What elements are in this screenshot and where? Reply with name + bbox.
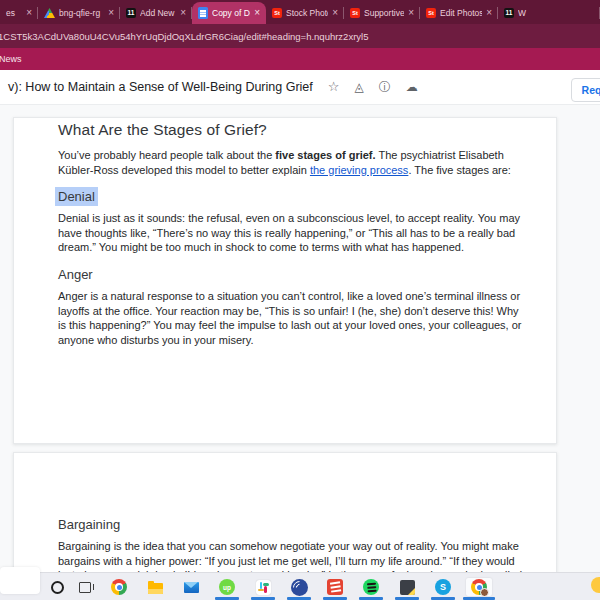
google-drive-icon xyxy=(44,8,55,18)
anger-heading: Anger xyxy=(58,267,525,282)
taskbar-left-card xyxy=(0,567,40,594)
tab-close-icon[interactable]: × xyxy=(332,8,338,18)
black-app-icon: 11 xyxy=(126,8,136,18)
bookmark-news[interactable]: News xyxy=(0,54,22,64)
document-title: v): How to Maintain a Sense of Well-Bein… xyxy=(8,80,313,94)
tab-close-icon[interactable]: × xyxy=(108,8,114,18)
browser-tab-stock-photo[interactable]: St Stock Photo × xyxy=(266,2,344,24)
chrome-icon[interactable] xyxy=(110,578,128,596)
url-text[interactable]: 1CST5k3ACdUVa80uU4CVu54hYrUqDjdOqXLdrGR6… xyxy=(0,31,368,42)
document-page-1[interactable]: What Are the Stages of Grief? You’ve pro… xyxy=(13,117,557,444)
tab-label: es xyxy=(6,8,22,18)
file-explorer-icon[interactable] xyxy=(146,578,164,596)
tab-label: Add New P xyxy=(140,8,176,18)
selected-text: Denial xyxy=(55,187,98,206)
cloud-saved-icon[interactable]: ☁ xyxy=(406,81,418,93)
docs-header: v): How to Maintain a Sense of Well-Bein… xyxy=(0,70,600,105)
tab-close-icon[interactable]: × xyxy=(26,8,32,18)
browser-tab-supportive[interactable]: St Supportive × xyxy=(344,2,420,24)
browser-tab-strip: es × bng-qfie-rg × 11 Add New P × Copy o… xyxy=(0,0,600,24)
bold-text: five stages of grief. xyxy=(275,149,375,161)
search-icon[interactable] xyxy=(48,578,66,596)
request-access-button[interactable]: Request xyxy=(571,78,600,102)
tab-label: W xyxy=(518,8,594,18)
chrome-profile-icon[interactable] xyxy=(466,578,492,596)
browser-tab-partial[interactable]: 11 W xyxy=(498,2,600,24)
tab-close-icon[interactable]: × xyxy=(180,8,186,18)
skype-icon[interactable]: S xyxy=(434,578,452,596)
docs-header-icons: ☆ ◬ ⓘ ☁ xyxy=(328,81,418,93)
tab-label: Edit Photos xyxy=(440,8,482,18)
spotify-icon[interactable] xyxy=(362,578,380,596)
document-canvas[interactable]: What Are the Stages of Grief? You’ve pro… xyxy=(0,105,600,600)
taskbar: up S xyxy=(0,572,600,600)
todoist-icon[interactable] xyxy=(326,578,344,596)
tab-close-icon[interactable]: × xyxy=(254,8,260,18)
browser-tab-active-docs[interactable]: Copy of Dr × xyxy=(192,2,266,24)
black-app-icon: 11 xyxy=(504,8,514,18)
radio-waves-app-icon[interactable] xyxy=(290,578,308,596)
star-icon[interactable]: ☆ xyxy=(328,81,340,93)
avatar xyxy=(480,588,489,597)
doc-section-heading: What Are the Stages of Grief? xyxy=(58,121,525,139)
browser-tab-add-new[interactable]: 11 Add New P × xyxy=(120,2,192,24)
adobe-stock-icon: St xyxy=(350,8,360,18)
move-icon[interactable]: ◬ xyxy=(354,81,363,93)
tab-close-icon[interactable]: × xyxy=(486,8,492,18)
adobe-stock-icon: St xyxy=(426,8,436,18)
tab-label: bng-qfie-rg xyxy=(59,8,104,18)
url-bar[interactable]: 1CST5k3ACdUVa80uU4CVu54hYrUqDjdOqXLdrGR6… xyxy=(0,24,600,48)
tab-close-icon[interactable]: × xyxy=(408,8,414,18)
tab-label: Supportive xyxy=(364,8,404,18)
mail-icon[interactable] xyxy=(182,578,200,596)
browser-tab-edit-photos[interactable]: St Edit Photos × xyxy=(420,2,498,24)
browser-tab-drive[interactable]: bng-qfie-rg × xyxy=(38,2,120,24)
tray-yellow-avatar[interactable] xyxy=(591,577,600,593)
grieving-process-link[interactable]: the grieving process xyxy=(310,164,408,176)
notes-app-icon[interactable] xyxy=(398,578,416,596)
browser-tab-cut[interactable]: es × xyxy=(0,2,38,24)
task-view-icon[interactable] xyxy=(76,578,94,596)
tab-label: Copy of Dr xyxy=(212,8,250,18)
anger-paragraph: Anger is a natural response to a situati… xyxy=(58,289,525,347)
slack-icon[interactable] xyxy=(254,578,272,596)
screen: es × bng-qfie-rg × 11 Add New P × Copy o… xyxy=(0,0,600,600)
bookmarks-bar: News xyxy=(0,48,600,70)
bargaining-heading: Bargaining xyxy=(58,517,525,532)
denial-paragraph: Denial is just as it sounds: the refusal… xyxy=(58,211,525,255)
tab-label: Stock Photo xyxy=(286,8,328,18)
upwork-icon[interactable]: up xyxy=(218,578,236,596)
adobe-stock-icon: St xyxy=(272,8,282,18)
intro-paragraph: You’ve probably heard people talk about … xyxy=(58,148,525,177)
info-icon[interactable]: ⓘ xyxy=(379,81,391,93)
denial-heading: Denial xyxy=(58,189,525,204)
google-docs-icon xyxy=(198,7,208,19)
